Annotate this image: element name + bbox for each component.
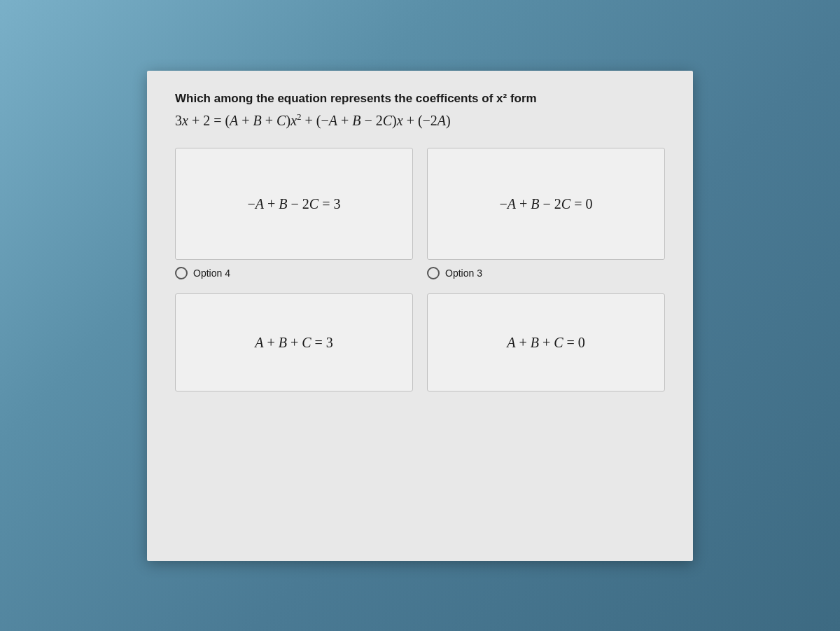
question-title: Which among the equation represents the …: [175, 92, 665, 106]
option3-block: −A + B − 2C = 0 Option 3: [427, 148, 665, 279]
option4-radio[interactable]: [175, 267, 188, 279]
page-container: Which among the equation represents the …: [147, 71, 693, 561]
option3-box: −A + B − 2C = 0: [427, 148, 665, 260]
bottom-option2-box: A + B + C = 0: [427, 293, 665, 391]
bottom-option1-box: A + B + C = 3: [175, 293, 413, 391]
bottom-option1-equation: A + B + C = 3: [255, 335, 333, 351]
option4-label-text: Option 4: [193, 268, 230, 279]
option4-box: −A + B − 2C = 3: [175, 148, 413, 260]
bottom-option2-equation: A + B + C = 0: [507, 335, 585, 351]
option3-equation: −A + B − 2C = 0: [500, 196, 593, 212]
option3-label-text: Option 3: [445, 268, 482, 279]
option3-radio[interactable]: [427, 267, 440, 279]
main-equation: 3x + 2 = (A + B + C)x2 + (−A + B − 2C)x …: [175, 111, 665, 129]
option4-label[interactable]: Option 4: [175, 267, 413, 279]
bottom-options-grid: A + B + C = 3 A + B + C = 0: [175, 293, 665, 391]
option4-equation: −A + B − 2C = 3: [248, 196, 341, 212]
top-options-grid: −A + B − 2C = 3 Option 4 −A + B − 2C = 0…: [175, 148, 665, 279]
option3-label[interactable]: Option 3: [427, 267, 665, 279]
option4-block: −A + B − 2C = 3 Option 4: [175, 148, 413, 279]
